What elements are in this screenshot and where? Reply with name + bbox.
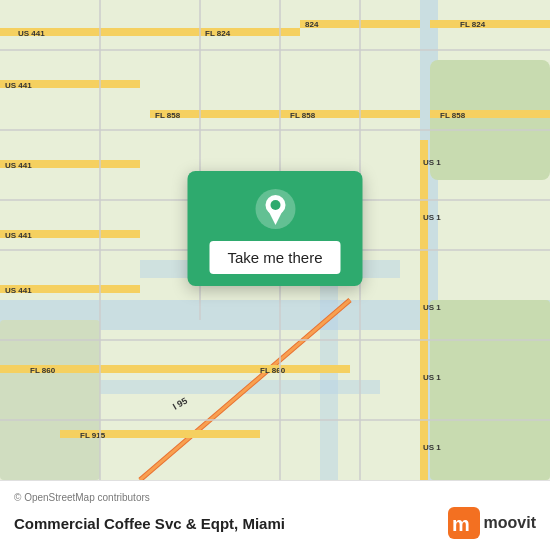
svg-text:US 1: US 1 (423, 373, 441, 382)
svg-text:US 441: US 441 (5, 81, 32, 90)
copyright-text: © OpenStreetMap contributors (14, 492, 536, 503)
bottom-bar: © OpenStreetMap contributors Commercial … (0, 480, 550, 550)
map-container: US 441 FL 824 824 FL 824 FL 858 FL 858 F… (0, 0, 550, 480)
location-card: Take me there (188, 171, 363, 286)
svg-text:FL 915: FL 915 (80, 431, 106, 440)
location-name: Commercial Coffee Svc & Eqpt, Miami (14, 515, 285, 532)
svg-text:FL 824: FL 824 (205, 29, 231, 38)
svg-rect-17 (150, 110, 420, 118)
location-pin-icon (253, 187, 297, 231)
svg-text:FL 858: FL 858 (290, 111, 316, 120)
svg-rect-8 (0, 320, 100, 480)
svg-text:US 441: US 441 (5, 161, 32, 170)
svg-rect-15 (430, 20, 550, 28)
moovit-logo: m moovit (448, 507, 536, 539)
svg-rect-6 (430, 60, 550, 180)
moovit-logo-icon: m (448, 507, 480, 539)
svg-text:US 1: US 1 (423, 213, 441, 222)
svg-text:US 441: US 441 (5, 286, 32, 295)
svg-text:US 441: US 441 (18, 29, 45, 38)
location-info: Commercial Coffee Svc & Eqpt, Miami m mo… (14, 507, 536, 539)
svg-text:m: m (452, 513, 470, 535)
svg-point-57 (270, 200, 280, 210)
svg-text:US 441: US 441 (5, 231, 32, 240)
svg-text:US 1: US 1 (423, 158, 441, 167)
svg-text:FL 860: FL 860 (30, 366, 56, 375)
svg-text:FL 858: FL 858 (440, 111, 466, 120)
svg-rect-7 (430, 300, 550, 480)
svg-text:US 1: US 1 (423, 443, 441, 452)
svg-text:US 1: US 1 (423, 303, 441, 312)
svg-text:FL 858: FL 858 (155, 111, 181, 120)
take-me-there-button[interactable]: Take me there (209, 241, 340, 274)
moovit-text: moovit (484, 514, 536, 532)
svg-text:FL 860: FL 860 (260, 366, 286, 375)
svg-text:824: 824 (305, 20, 319, 29)
svg-text:FL 824: FL 824 (460, 20, 486, 29)
